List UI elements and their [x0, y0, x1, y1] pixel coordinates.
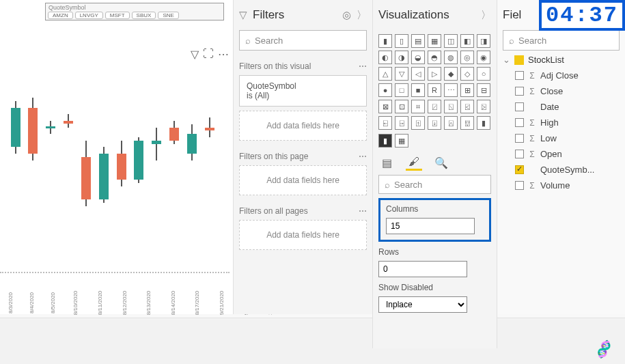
viz-type-17[interactable]: ▷ — [428, 67, 441, 81]
more-icon[interactable]: ⋯ — [359, 61, 367, 71]
fields-search[interactable]: ⌕ Search — [503, 30, 620, 51]
filter-drop-visual[interactable]: Add data fields here — [239, 111, 367, 141]
slicer-chip-sbux[interactable]: SBUX — [132, 12, 156, 19]
field-adjclose[interactable]: ΣAdj Close — [503, 68, 620, 83]
show-disabled-select[interactable]: Inplace — [378, 296, 467, 313]
slicer-visual[interactable]: QuoteSymbol AMZNLNVGYMSFTSBUXSNE — [45, 3, 224, 20]
viz-type-26[interactable]: ⊞ — [460, 83, 474, 97]
checkbox[interactable] — [515, 165, 524, 174]
viz-type-38[interactable]: ⍗ — [428, 116, 441, 130]
custom-visual-2[interactable]: ▦ — [395, 134, 408, 148]
checkbox[interactable] — [515, 134, 524, 143]
viz-type-25[interactable]: ⋯ — [444, 83, 458, 97]
viz-type-12[interactable]: ◎ — [460, 51, 474, 64]
format-search[interactable]: ⌕ Search — [378, 175, 491, 194]
more-icon[interactable]: ⋯ — [359, 206, 367, 216]
viz-type-41[interactable]: ▮ — [477, 116, 490, 130]
filter-drop-page[interactable]: Add data fields here — [239, 165, 367, 195]
filters-title: Filters — [253, 8, 337, 22]
format-tab[interactable]: 🖌 — [406, 154, 422, 171]
viz-type-4[interactable]: ◫ — [444, 34, 458, 48]
x-tick: 8/11/2020 — [97, 291, 103, 316]
columns-highlight: Columns — [378, 198, 491, 242]
field-high[interactable]: ΣHigh — [503, 115, 620, 130]
field-low[interactable]: ΣLow — [503, 130, 620, 146]
viz-type-34[interactable]: ⍄ — [477, 100, 490, 113]
show-disabled-label: Show Disabled — [378, 283, 491, 292]
viz-type-29[interactable]: ⊡ — [395, 100, 408, 113]
viz-type-5[interactable]: ◧ — [460, 34, 474, 48]
rows-label: Rows — [378, 247, 491, 257]
columns-input[interactable] — [386, 218, 475, 234]
eye-icon[interactable]: ◎ — [342, 9, 351, 21]
viz-type-37[interactable]: ⍐ — [411, 116, 425, 130]
checkbox[interactable] — [515, 102, 524, 111]
viz-type-23[interactable]: ■ — [411, 83, 425, 97]
viz-type-40[interactable]: ⍔ — [460, 116, 474, 130]
chevron-down-icon: ⌄ — [503, 55, 510, 65]
checkbox[interactable] — [515, 181, 524, 190]
checkbox[interactable] — [515, 87, 524, 96]
viz-type-30[interactable]: ⌗ — [411, 100, 425, 113]
analytics-tab[interactable]: 🔍 — [433, 154, 449, 171]
field-quotesymb[interactable]: QuoteSymb... — [503, 162, 620, 178]
viz-type-22[interactable]: □ — [395, 83, 408, 97]
viz-type-11[interactable]: ◍ — [444, 51, 458, 64]
custom-visual-1[interactable]: ▮ — [378, 134, 392, 148]
viz-type-28[interactable]: ⊠ — [378, 100, 392, 113]
filter-card-field: QuoteSymbol — [247, 81, 359, 91]
viz-type-15[interactable]: ▽ — [395, 67, 408, 81]
checkbox[interactable] — [515, 150, 524, 158]
filters-search[interactable]: ⌕ Search — [239, 30, 367, 51]
collapse-icon[interactable]: 〉 — [357, 9, 367, 22]
more-options-icon[interactable]: ⋯ — [218, 48, 229, 61]
viz-type-13[interactable]: ◉ — [477, 51, 490, 64]
viz-type-10[interactable]: ◓ — [428, 51, 441, 64]
viz-type-18[interactable]: ◆ — [444, 67, 458, 81]
field-date[interactable]: Date — [503, 99, 620, 115]
viz-type-6[interactable]: ◨ — [477, 34, 490, 48]
viz-type-35[interactable]: ⍇ — [378, 116, 392, 130]
viz-type-2[interactable]: ▤ — [411, 34, 425, 48]
table-stocklist[interactable]: ⌄ StockList — [503, 55, 620, 65]
viz-type-3[interactable]: ▦ — [428, 34, 441, 48]
slicer-chip-lnvgy[interactable]: LNVGY — [75, 12, 103, 19]
x-tick: 8/14/2020 — [170, 291, 176, 316]
viz-type-33[interactable]: ⍃ — [460, 100, 474, 113]
viz-type-7[interactable]: ◐ — [378, 51, 392, 64]
viz-type-21[interactable]: ● — [378, 83, 392, 97]
viz-type-24[interactable]: R — [428, 83, 441, 97]
checkbox[interactable] — [515, 71, 524, 80]
focus-mode-icon[interactable]: ⛶ — [203, 48, 214, 61]
viz-type-0[interactable]: ▮ — [378, 34, 392, 48]
viz-type-9[interactable]: ◒ — [411, 51, 425, 64]
collapse-icon[interactable]: 〉 — [481, 9, 491, 22]
viz-type-32[interactable]: ⍂ — [444, 100, 458, 113]
sigma-icon: Σ — [528, 181, 536, 191]
slicer-chip-sne[interactable]: SNE — [158, 12, 178, 19]
field-close[interactable]: ΣClose — [503, 83, 620, 99]
viz-type-20[interactable]: ○ — [477, 67, 490, 81]
filter-card-quotesymbol[interactable]: QuoteSymbol is (All) — [239, 75, 367, 107]
viz-type-31[interactable]: ⍁ — [428, 100, 441, 113]
viz-type-8[interactable]: ◑ — [395, 51, 408, 64]
filter-drop-all[interactable]: Add data fields here — [239, 220, 367, 250]
viz-type-36[interactable]: ⍈ — [395, 116, 408, 130]
fields-tab[interactable]: ▤ — [378, 154, 395, 171]
field-open[interactable]: ΣOpen — [503, 146, 620, 162]
viz-type-14[interactable]: △ — [378, 67, 392, 81]
filter-icon[interactable]: ▽ — [191, 48, 199, 61]
viz-type-16[interactable]: ◁ — [411, 67, 425, 81]
viz-type-19[interactable]: ◇ — [460, 67, 474, 81]
x-tick: 8/12/2020 — [122, 291, 128, 316]
viz-type-1[interactable]: ▯ — [395, 34, 408, 48]
viz-type-27[interactable]: ⊟ — [477, 83, 490, 97]
field-volume[interactable]: ΣVolume — [503, 178, 620, 193]
rows-input[interactable] — [378, 261, 467, 277]
slicer-chip-msft[interactable]: MSFT — [105, 12, 130, 19]
more-icon[interactable]: ⋯ — [359, 152, 367, 161]
slicer-chip-amzn[interactable]: AMZN — [48, 12, 73, 19]
checkbox[interactable] — [515, 118, 524, 127]
format-search-placeholder: Search — [394, 180, 422, 190]
viz-type-39[interactable]: ⍓ — [444, 116, 458, 130]
